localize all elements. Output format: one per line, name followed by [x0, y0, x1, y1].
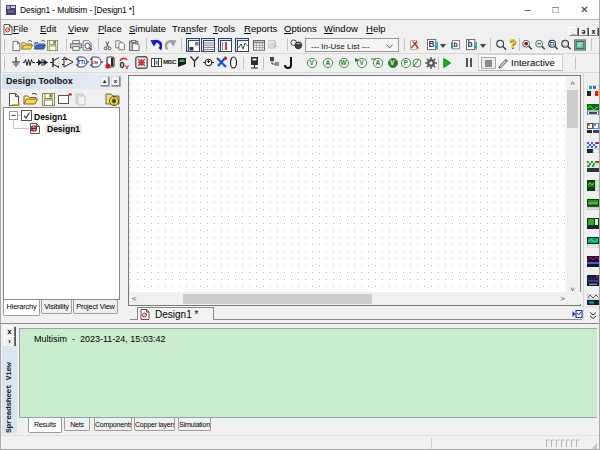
svg-text:B: B	[428, 39, 434, 49]
svg-text:b: b	[453, 41, 457, 48]
svg-text:0: 0	[120, 60, 125, 69]
svg-text:W: W	[341, 59, 348, 66]
svg-text:v: v	[125, 63, 129, 70]
svg-text:V: V	[310, 59, 315, 66]
svg-text:CM: CM	[91, 60, 98, 65]
svg-text:P: P	[404, 59, 409, 66]
svg-text:A: A	[376, 59, 381, 66]
svg-text:V: V	[390, 59, 395, 66]
svg-text:b: b	[467, 39, 472, 49]
svg-text:A: A	[270, 41, 275, 48]
svg-text:A: A	[326, 59, 331, 66]
svg-text:TTL: TTL	[78, 59, 87, 65]
svg-text:V: V	[360, 59, 365, 66]
